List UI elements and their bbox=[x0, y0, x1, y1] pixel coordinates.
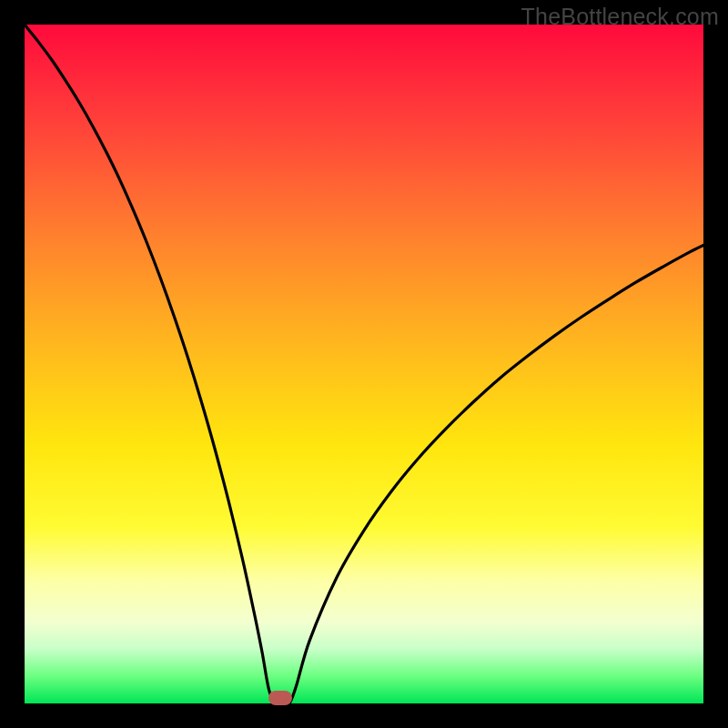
chart-frame: TheBottleneck.com bbox=[0, 0, 728, 728]
watermark-text: TheBottleneck.com bbox=[521, 4, 719, 30]
optimal-point-marker bbox=[268, 691, 292, 705]
bottleneck-curve bbox=[25, 25, 703, 703]
